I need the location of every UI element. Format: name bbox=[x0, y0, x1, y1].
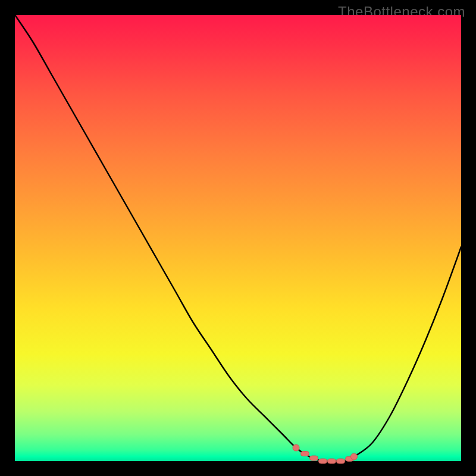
optimal-marker-dash bbox=[337, 459, 345, 464]
optimal-zone-markers bbox=[293, 444, 358, 464]
optimal-marker-dash bbox=[328, 459, 336, 464]
optimal-marker-dash bbox=[310, 456, 318, 461]
optimal-marker-dash bbox=[301, 452, 309, 456]
bottleneck-curve bbox=[15, 15, 461, 462]
optimal-marker-dot bbox=[293, 444, 299, 451]
optimal-marker-dash bbox=[319, 459, 327, 464]
chart-container: TheBottleneck.com bbox=[0, 0, 476, 476]
bottleneck-curve-layer bbox=[15, 15, 461, 461]
optimal-marker-dot bbox=[351, 453, 358, 460]
plot-area bbox=[15, 15, 461, 461]
